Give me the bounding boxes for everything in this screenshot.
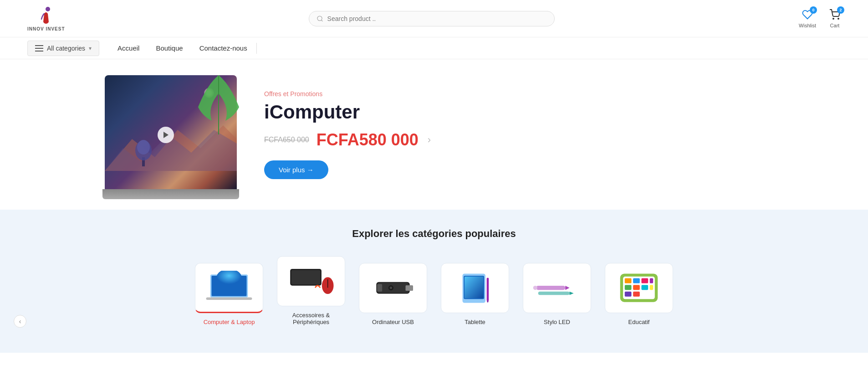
category-label-computer-laptop: Computer & Laptop: [204, 319, 255, 325]
category-label-educatif: Educatif: [628, 319, 650, 325]
category-image-computer-laptop: [195, 263, 263, 313]
nav-links: Accueil Boutique Contactez-nous: [117, 44, 247, 52]
category-item-ordinateur-usb[interactable]: Ordinateur USB: [357, 263, 429, 325]
svg-rect-18: [291, 270, 320, 284]
category-item-computer-laptop[interactable]: Computer & Laptop: [193, 263, 266, 325]
nav-link-boutique[interactable]: Boutique: [156, 44, 183, 52]
cart-badge: 2: [837, 6, 844, 14]
svg-rect-42: [650, 278, 653, 283]
category-item-tablette[interactable]: Tablette: [439, 263, 511, 325]
hero-title: iComputer: [264, 101, 841, 123]
chevron-right-icon: ›: [428, 134, 431, 146]
play-button[interactable]: [158, 127, 174, 143]
nav-item-boutique[interactable]: Boutique: [156, 44, 183, 52]
svg-rect-41: [642, 278, 648, 283]
svg-point-11: [137, 140, 150, 155]
cart-icon-wrap: 2: [829, 9, 841, 22]
hero-content: Offres et Promotions iComputer FCFA650 0…: [237, 90, 841, 179]
wishlist-button[interactable]: 0 Wishlist: [799, 9, 816, 28]
nav-link-contact[interactable]: Contactez-nous: [199, 44, 247, 52]
svg-rect-47: [625, 291, 632, 296]
category-label-stylo-led: Stylo LED: [544, 319, 570, 325]
hero-prices: FCFA650 000 FCFA580 000 ›: [264, 130, 841, 149]
svg-rect-43: [625, 285, 632, 290]
cart-label: Cart: [830, 23, 840, 28]
category-item-educatif[interactable]: Educatif: [602, 263, 675, 325]
voir-plus-button[interactable]: Voir plus →: [264, 160, 328, 179]
laptop-base: [102, 189, 239, 199]
svg-point-1: [317, 16, 322, 21]
svg-rect-5: [35, 48, 43, 49]
category-image-educatif: [605, 263, 673, 313]
svg-rect-32: [536, 286, 565, 290]
svg-marker-31: [487, 301, 489, 303]
svg-point-0: [46, 7, 50, 11]
nav-link-accueil[interactable]: Accueil: [117, 44, 139, 52]
svg-marker-33: [565, 286, 569, 290]
logo[interactable]: INNOV INVEST: [27, 5, 65, 31]
svg-rect-29: [465, 276, 483, 298]
cart-button[interactable]: 2 Cart: [829, 9, 841, 28]
hero-promo-label: Offres et Promotions: [264, 90, 841, 98]
svg-rect-16: [206, 297, 252, 300]
svg-point-2: [833, 18, 834, 19]
svg-rect-26: [406, 285, 414, 291]
category-image-stylo-led: [523, 263, 591, 313]
categories-section: Explorer les catégories populaires: [0, 210, 868, 353]
svg-rect-45: [642, 285, 648, 290]
svg-marker-12: [163, 132, 168, 138]
category-label-ordinateur-usb: Ordinateur USB: [372, 319, 414, 325]
svg-rect-30: [487, 278, 489, 300]
svg-rect-23: [377, 284, 382, 292]
nav-divider: [256, 43, 257, 54]
nav-bar: All categories ▾ Accueil Boutique Contac…: [0, 37, 868, 59]
wishlist-badge: 0: [810, 6, 817, 14]
svg-rect-6: [35, 51, 43, 52]
category-item-stylo-led[interactable]: Stylo LED: [521, 263, 593, 325]
hero-section: Offres et Promotions iComputer FCFA650 0…: [0, 59, 868, 210]
wishlist-label: Wishlist: [799, 23, 816, 28]
nav-item-contact[interactable]: Contactez-nous: [199, 44, 247, 52]
svg-rect-35: [538, 291, 570, 294]
hero-image: [0, 68, 237, 201]
search-bar[interactable]: [309, 11, 555, 26]
categories-section-title: Explorer les catégories populaires: [27, 228, 841, 240]
chevron-down-icon: ▾: [89, 45, 92, 52]
category-image-ordinateur-usb: [359, 263, 427, 313]
category-image-tablette: [441, 263, 509, 313]
nav-item-accueil[interactable]: Accueil: [117, 44, 139, 52]
svg-marker-36: [570, 291, 574, 294]
hero-new-price: FCFA580 000: [317, 130, 419, 149]
svg-point-3: [838, 18, 839, 19]
svg-point-34: [533, 286, 537, 290]
all-categories-button[interactable]: All categories ▾: [27, 41, 99, 56]
categories-grid: Computer & Laptop Accessoires & Périphér…: [27, 256, 841, 325]
logo-text: INNOV INVEST: [27, 26, 65, 31]
search-input[interactable]: [327, 15, 547, 22]
svg-rect-4: [35, 45, 43, 46]
category-label-tablette: Tablette: [465, 319, 485, 325]
carousel-prev-button[interactable]: ‹: [14, 315, 26, 328]
header: INNOV INVEST 0 Wishlist 2: [0, 0, 868, 37]
svg-rect-48: [633, 291, 640, 296]
svg-rect-44: [633, 285, 640, 290]
category-label-accessoires: Accessoires & Périphériques: [275, 312, 347, 325]
hero-old-price: FCFA650 000: [264, 136, 309, 144]
svg-point-25: [390, 286, 393, 289]
svg-rect-40: [633, 278, 640, 283]
hamburger-icon: [35, 45, 43, 52]
all-categories-label: All categories: [47, 45, 85, 52]
svg-rect-39: [625, 278, 632, 283]
wishlist-icon-wrap: 0: [802, 9, 813, 22]
category-item-accessoires[interactable]: Accessoires & Périphériques: [275, 256, 347, 325]
header-actions: 0 Wishlist 2 Cart: [799, 9, 841, 28]
category-image-accessoires: [277, 256, 345, 306]
search-icon: [317, 15, 323, 22]
svg-rect-46: [650, 285, 653, 290]
palm-leaf-icon: [194, 71, 244, 144]
